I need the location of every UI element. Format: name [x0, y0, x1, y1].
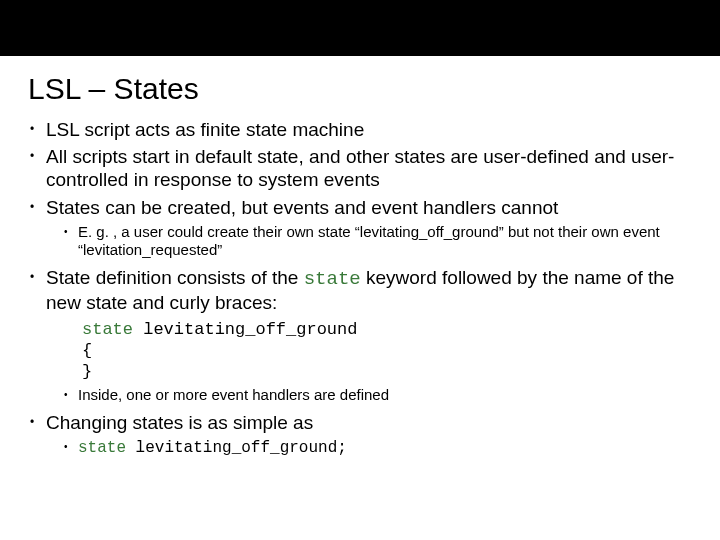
bullet-item: States can be created, but events and ev… — [28, 196, 692, 261]
code-keyword: state — [82, 320, 143, 339]
code-brace: } — [82, 362, 92, 381]
bullet-text: All scripts start in — [46, 146, 195, 167]
code-identifier: levitating_off_ground; — [136, 439, 347, 457]
bullet-list: LSL script acts as finite state machine … — [28, 118, 692, 458]
bullet-item: LSL script acts as finite state machine — [28, 118, 692, 141]
bullet-item: Changing states is as simple as state le… — [28, 411, 692, 458]
bullet-text: States can be created, but events and ev… — [46, 197, 558, 218]
keyword-default: default — [195, 146, 252, 167]
slide-title: LSL – States — [28, 72, 692, 106]
bullet-item: All scripts start in default state, and … — [28, 145, 692, 191]
code-block: state levitating_off_ground { } — [82, 319, 692, 383]
code-keyword: state — [78, 439, 136, 457]
sub-bullet-text: Inside, one or more event handlers are d… — [78, 386, 389, 403]
sub-bullet-item: state levitating_off_ground; — [64, 438, 692, 458]
sub-bullet-list: E. g. , a user could create their own st… — [64, 223, 692, 261]
sub-bullet-item: Inside, one or more event handlers are d… — [64, 386, 692, 405]
keyword-state: state — [304, 268, 361, 290]
code-identifier: levitating_off_ground — [143, 320, 357, 339]
sub-bullet-list: state levitating_off_ground; — [64, 438, 692, 458]
bullet-text: LSL script acts as finite state machine — [46, 119, 364, 140]
slide-top-bar — [0, 0, 720, 56]
code-inline: state levitating_off_ground; — [78, 439, 347, 457]
code-brace: { — [82, 341, 92, 360]
sub-bullet-list: Inside, one or more event handlers are d… — [64, 386, 692, 405]
bullet-text: State definition consists of the — [46, 267, 304, 288]
bullet-text: Changing states is as simple as — [46, 412, 313, 433]
sub-bullet-item: E. g. , a user could create their own st… — [64, 223, 692, 261]
bullet-item: State definition consists of the state k… — [28, 266, 692, 405]
slide-content: LSL – States LSL script acts as finite s… — [0, 56, 720, 458]
sub-bullet-text: E. g. , a user could create their own st… — [78, 223, 660, 259]
